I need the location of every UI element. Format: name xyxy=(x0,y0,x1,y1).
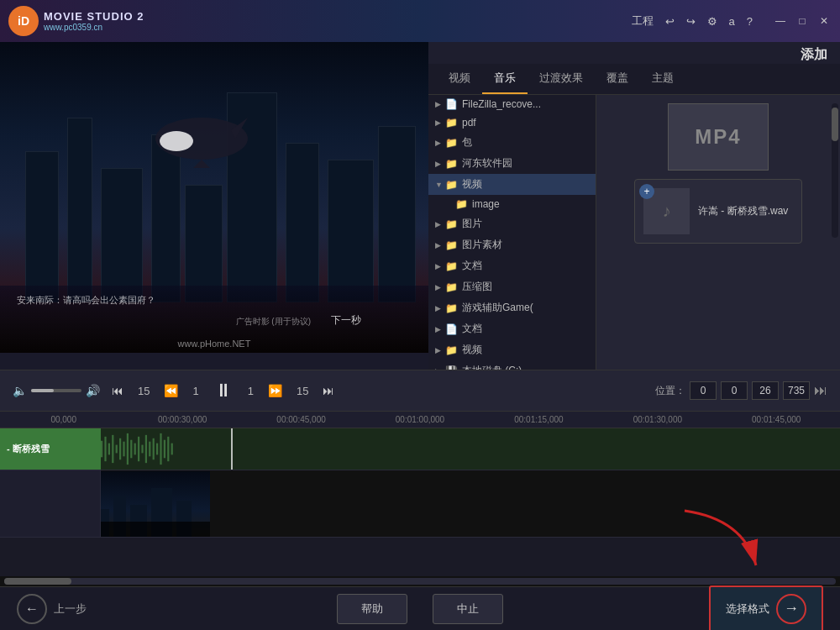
playhead[interactable] xyxy=(231,428,233,470)
video-thumbnails[interactable] xyxy=(101,470,840,537)
position-area: 位置： 0 0 26 735 ⏭ xyxy=(655,381,827,400)
svg-point-1 xyxy=(160,131,193,151)
pos-minutes[interactable]: 0 xyxy=(721,381,748,400)
project-menu[interactable]: 工程 xyxy=(632,13,654,29)
logo-text: MOVIE STUDIO 2 www.pc0359.cn xyxy=(44,10,144,32)
prev-step-label: 上一步 xyxy=(54,601,87,617)
svg-rect-30 xyxy=(101,522,210,537)
pos-hours[interactable]: 0 xyxy=(690,381,717,400)
music-card: + ♪ 许嵩 - 断桥残雪.wav xyxy=(634,179,802,244)
main-content: 安来南际：请高吗会出公素国府？ 下一秒 广告时影 (用于协议) www.pHom… xyxy=(0,42,840,630)
media-preview-scrollbar[interactable] xyxy=(832,103,838,238)
pos-milliseconds[interactable]: 735 xyxy=(783,381,810,400)
audio-waveform[interactable] xyxy=(101,428,840,470)
building xyxy=(286,143,319,302)
position-label: 位置： xyxy=(655,384,685,398)
svg-rect-7 xyxy=(112,435,113,463)
svg-rect-11 xyxy=(127,433,129,465)
frame-fwd-btn[interactable]: ⏩ xyxy=(265,382,286,399)
mp4-preview: MP4 xyxy=(668,103,769,171)
add-label: 添加 xyxy=(428,42,840,64)
preview-area: 安来南际：请高吗会出公素国府？ 下一秒 广告时影 (用于协议) www.pHom… xyxy=(0,42,428,353)
svg-rect-5 xyxy=(104,437,106,461)
building xyxy=(67,118,92,302)
settings-btn[interactable]: ⚙ xyxy=(707,15,717,28)
svg-rect-23 xyxy=(171,444,173,455)
tab-video[interactable]: 视频 xyxy=(437,64,482,94)
video-thumb-svg xyxy=(101,471,210,537)
minimize-btn[interactable]: — xyxy=(773,13,788,29)
volume-slider[interactable] xyxy=(31,389,81,392)
svg-rect-14 xyxy=(138,437,139,461)
skip-fwd-btn[interactable]: ⏭ xyxy=(319,382,338,399)
stop-button[interactable]: 中止 xyxy=(433,594,503,624)
goto-end-btn[interactable]: ⏭ xyxy=(814,383,827,398)
svg-rect-21 xyxy=(164,440,165,459)
svg-rect-19 xyxy=(156,444,158,455)
help-icon-btn[interactable]: ? xyxy=(747,15,753,28)
volume-fill xyxy=(31,389,54,392)
next-circle-btn[interactable]: → xyxy=(776,594,806,624)
ruler-mark: 00,000 xyxy=(4,415,123,424)
pos-seconds[interactable]: 26 xyxy=(752,381,779,400)
tree-item[interactable]: ▶📁 pdf xyxy=(428,113,596,132)
tab-music[interactable]: 音乐 xyxy=(482,64,528,94)
svg-rect-10 xyxy=(123,442,124,457)
tab-transition[interactable]: 过渡效果 xyxy=(528,64,595,94)
tab-overlay[interactable]: 覆盖 xyxy=(595,64,640,94)
titlebar: iD MOVIE STUDIO 2 www.pc0359.cn 工程 ↩ ↪ ⚙… xyxy=(0,0,840,42)
tree-item[interactable]: ▶💾 本地磁盘 (C:) xyxy=(428,360,596,370)
tree-item[interactable]: ▶📁 视频 xyxy=(428,339,596,360)
preview-video: 安来南际：请高吗会出公素国府？ 下一秒 广告时影 (用于协议) www.pHom… xyxy=(0,42,428,353)
back-button[interactable]: ← xyxy=(17,594,47,624)
titlebar-right: 工程 ↩ ↪ ⚙ a ? — □ ✕ xyxy=(632,13,832,29)
media-panel: 添加 视频 音乐 过渡效果 覆盖 主题 ▶📄 FileZilla_recove.… xyxy=(428,42,840,370)
tree-item-video-selected[interactable]: ▼📁 视频 xyxy=(428,174,596,195)
video-thumbnail xyxy=(101,471,210,537)
transport-num-left: 15 xyxy=(138,385,150,397)
orca-graphic xyxy=(151,109,252,168)
audio-track-label: - 断桥残雪 xyxy=(0,428,101,470)
window-controls: — □ ✕ xyxy=(773,13,832,29)
help-button[interactable]: 帮助 xyxy=(337,594,407,624)
svg-rect-15 xyxy=(141,445,143,454)
media-preview-scroll-thumb[interactable] xyxy=(832,108,838,141)
ad-text: 广告时影 (用于协议) xyxy=(236,316,311,328)
tree-item[interactable]: ▶📄 FileZilla_recove... xyxy=(428,95,596,113)
file-browser: ▶📄 FileZilla_recove... ▶📁 pdf ▶📁 包 ▶📁 河东… xyxy=(428,95,840,370)
maximize-btn[interactable]: □ xyxy=(795,13,810,29)
svg-rect-22 xyxy=(167,437,169,461)
undo-btn[interactable]: ↩ xyxy=(665,15,675,28)
play-pause-btn[interactable]: ⏸ xyxy=(214,380,233,402)
ruler-mark: 00:00:45,000 xyxy=(242,415,360,424)
a-btn[interactable]: a xyxy=(729,15,735,28)
timeline-htrack[interactable] xyxy=(4,578,836,585)
tree-item[interactable]: ▶📁 河东软件园 xyxy=(428,153,596,174)
tab-theme[interactable]: 主题 xyxy=(640,64,685,94)
next-second-btn[interactable]: 下一秒 xyxy=(331,313,361,328)
tree-item[interactable]: ▶📁 游戏辅助Game( xyxy=(428,297,596,318)
skip-back-btn[interactable]: ⏮ xyxy=(108,382,127,399)
tracks-area: - 断桥残雪 xyxy=(0,428,840,576)
audio-track: - 断桥残雪 xyxy=(0,428,840,470)
tree-item[interactable]: ▶📁 压缩图 xyxy=(428,276,596,297)
tree-item[interactable]: ▶📁 包 xyxy=(428,132,596,153)
close-btn[interactable]: ✕ xyxy=(816,13,832,29)
frame-back-btn[interactable]: ⏪ xyxy=(160,382,181,399)
building xyxy=(185,185,223,302)
select-format-button[interactable]: 选择格式 → xyxy=(709,585,823,631)
ruler-mark: 00:01:15,000 xyxy=(480,415,598,424)
tree-item[interactable]: ▶📄 文档 xyxy=(428,318,596,339)
media-tabs: 视频 音乐 过渡效果 覆盖 主题 xyxy=(428,64,840,95)
transport-num-1b: 1 xyxy=(248,385,254,397)
tree-item[interactable]: ▶📁 图片素材 xyxy=(428,234,596,255)
tree-item[interactable]: 📁 image xyxy=(428,195,596,213)
timeline-hthumb[interactable] xyxy=(4,578,71,585)
tree-item[interactable]: ▶📁 文档 xyxy=(428,255,596,276)
logo-area: iD MOVIE STUDIO 2 www.pc0359.cn xyxy=(8,6,144,36)
svg-rect-16 xyxy=(145,435,147,463)
music-add-btn[interactable]: + xyxy=(639,184,654,199)
svg-marker-3 xyxy=(189,160,214,168)
redo-btn[interactable]: ↪ xyxy=(686,15,696,28)
tree-item[interactable]: ▶📁 图片 xyxy=(428,213,596,234)
